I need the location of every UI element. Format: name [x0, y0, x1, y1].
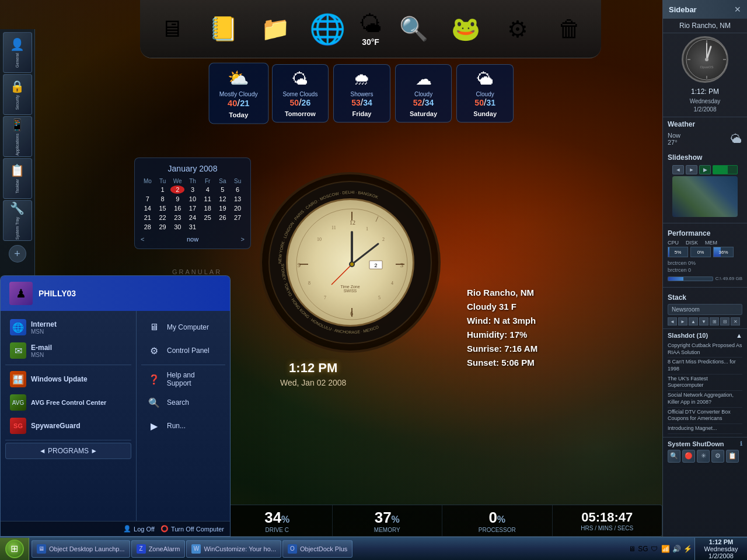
sidebar-tab-taskbar[interactable]: 📋 Taskbar: [3, 158, 32, 199]
search-item[interactable]: 🔍 Search: [141, 391, 225, 414]
logoff-button[interactable]: 👤 Log Off: [123, 525, 155, 533]
slideshow-prev-btn[interactable]: ◄: [672, 165, 684, 174]
sidebar-tab-systemtray[interactable]: 🔧 System Tray: [3, 200, 32, 241]
cal-day[interactable]: 30: [170, 223, 184, 231]
my-computer-item[interactable]: 🖥 My Computer: [141, 316, 225, 339]
shutdown-btn-search[interactable]: 🔍: [668, 450, 680, 463]
cal-day[interactable]: 26: [216, 214, 230, 222]
cal-day[interactable]: 5: [216, 186, 230, 194]
stack-nav-btn-1[interactable]: ◄: [668, 317, 677, 326]
programs-button[interactable]: ◄ PROGRAMS ►: [5, 443, 131, 459]
cal-day[interactable]: 3: [186, 186, 200, 194]
cal-day[interactable]: 27: [231, 214, 245, 222]
systray-icon-6[interactable]: ⚡: [683, 544, 692, 554]
stack-nav-btn-2[interactable]: ►: [678, 317, 687, 326]
weather-today[interactable]: ⛅ Mostly Cloudy 40/21 Today: [209, 63, 268, 124]
cal-day[interactable]: 16: [170, 204, 184, 212]
cal-day[interactable]: 6: [231, 186, 245, 194]
taskbar-item-zonealarm[interactable]: Z ZoneAlarm: [131, 540, 186, 558]
cal-day[interactable]: 22: [156, 214, 170, 222]
cal-day[interactable]: 25: [201, 214, 215, 222]
sidebar-tab-general[interactable]: 👤 General: [3, 32, 32, 73]
weather-tomorrow[interactable]: 🌤 Some Clouds 50/26 Tomorrow: [272, 64, 329, 123]
monitor-dock-icon[interactable]: 🖥: [152, 9, 192, 50]
shutdown-btn-settings[interactable]: ⚙: [711, 450, 724, 463]
add-tab-button[interactable]: +: [9, 245, 26, 262]
cal-day[interactable]: 15: [156, 204, 170, 212]
weather-friday[interactable]: 🌧 Showers 53/34 Friday: [333, 64, 390, 123]
cal-day[interactable]: 28: [141, 223, 155, 231]
run-item[interactable]: ▶ Run...: [141, 414, 225, 438]
cal-day[interactable]: 8: [156, 195, 170, 203]
cal-now-label[interactable]: now: [187, 236, 198, 243]
sidebar-tab-applications[interactable]: 📱 Applications: [3, 116, 32, 157]
start-button[interactable]: ⊞: [0, 538, 29, 560]
cal-prev-button[interactable]: <: [141, 236, 144, 243]
slashdot-item-5[interactable]: Official DTV Converter Box Coupons for A…: [668, 408, 742, 424]
turnoff-button[interactable]: ⭕ Turn Off Computer: [160, 525, 224, 533]
cal-day[interactable]: 31: [186, 223, 200, 231]
stack-nav-btn-3[interactable]: ▲: [689, 317, 698, 326]
systray-icon-3[interactable]: 🛡: [650, 544, 659, 554]
magnifier-dock-icon[interactable]: 🔍: [394, 9, 434, 50]
slashdot-item-4[interactable]: Social Network Aggregation, Killer App i…: [668, 391, 742, 407]
frog-dock-icon[interactable]: 🐸: [446, 9, 486, 50]
stack-nav-btn-7[interactable]: ✕: [731, 317, 740, 326]
slashdot-expand-icon[interactable]: ▲: [736, 332, 742, 339]
taskbar-item-wincustomize[interactable]: W WinCustomize: Your ho...: [186, 540, 281, 558]
globe-dock-icon[interactable]: 🌐: [307, 9, 347, 50]
cal-day[interactable]: 11: [201, 195, 215, 203]
windows-update-item[interactable]: 🪟 Windows Update: [5, 368, 131, 391]
cal-day[interactable]: 17: [186, 204, 200, 212]
taskbar-item-objectdock[interactable]: O ObjectDock Plus: [282, 540, 352, 558]
systray-icon-4[interactable]: 📶: [661, 544, 670, 554]
slideshow-next-btn[interactable]: ►: [686, 165, 697, 174]
cal-day[interactable]: 7: [141, 195, 155, 203]
slashdot-item-3[interactable]: The UK's Fastest Supercomputer: [668, 374, 742, 391]
settings-dock-icon[interactable]: ⚙: [498, 9, 538, 50]
cal-next-button[interactable]: >: [241, 236, 245, 243]
cal-day[interactable]: 18: [201, 204, 215, 212]
slashdot-item-6[interactable]: Introducing Magnet...: [668, 424, 742, 434]
weather-temp-dock[interactable]: 🌤 30°F: [359, 11, 382, 47]
cal-day[interactable]: 20: [231, 204, 245, 212]
cal-day[interactable]: 21: [141, 214, 155, 222]
cal-day[interactable]: 19: [216, 204, 230, 212]
shutdown-btn-clipboard[interactable]: 📋: [726, 450, 739, 463]
stack-nav-btn-6[interactable]: ⊟: [720, 317, 729, 326]
cal-day[interactable]: 1: [156, 186, 170, 194]
systray-icon-1[interactable]: 🖥: [627, 544, 637, 554]
systray-icon-5[interactable]: 🔊: [672, 544, 681, 554]
email-item[interactable]: ✉ E-mail MSN: [5, 339, 131, 362]
cal-day[interactable]: 4: [201, 186, 215, 194]
stack-nav-btn-4[interactable]: ▼: [699, 317, 708, 326]
cal-day-today[interactable]: 2: [170, 186, 184, 194]
weather-saturday[interactable]: ☁ Cloudy 52/34 Saturday: [395, 64, 452, 123]
slideshow-play-btn[interactable]: ▶: [699, 165, 711, 174]
newsroom-button[interactable]: Newsroom: [668, 304, 742, 315]
control-panel-item[interactable]: ⚙ Control Panel: [141, 339, 225, 362]
folder-dock-icon[interactable]: 📁: [256, 9, 296, 50]
internet-item[interactable]: 🌐 Internet MSN: [5, 316, 131, 339]
cal-day[interactable]: 12: [216, 195, 230, 203]
cal-day[interactable]: 24: [186, 214, 200, 222]
weather-sunday[interactable]: 🌥 Cloudy 50/31 Sunday: [456, 64, 514, 123]
systray-icon-2[interactable]: SG: [638, 544, 648, 554]
notebook-dock-icon[interactable]: 📒: [204, 9, 244, 50]
cal-day[interactable]: 10: [186, 195, 200, 203]
cal-day[interactable]: [141, 186, 155, 194]
spywareguard-item[interactable]: SG SpywareGuard: [5, 414, 131, 438]
shutdown-btn-refresh[interactable]: ✳: [697, 450, 710, 463]
help-item[interactable]: ❓ Help and Support: [141, 368, 225, 391]
sidebar-close-button[interactable]: ✕: [734, 5, 741, 14]
cal-day[interactable]: 29: [156, 223, 170, 231]
stack-nav-btn-5[interactable]: ⊞: [710, 317, 719, 326]
slashdot-item-2[interactable]: 8 Can't Miss Predictions... for 1998: [668, 358, 742, 374]
shutdown-btn-power[interactable]: 🔴: [682, 450, 695, 463]
cal-day[interactable]: 14: [141, 204, 155, 212]
slashdot-item-1[interactable]: Copyright Cutback Proposed As RIAA Solut…: [668, 341, 742, 358]
cal-day[interactable]: 13: [231, 195, 245, 203]
avg-item[interactable]: AVG AVG Free Control Center: [5, 391, 131, 414]
trash-dock-icon[interactable]: 🗑: [549, 9, 589, 50]
cal-day[interactable]: 23: [170, 214, 184, 222]
